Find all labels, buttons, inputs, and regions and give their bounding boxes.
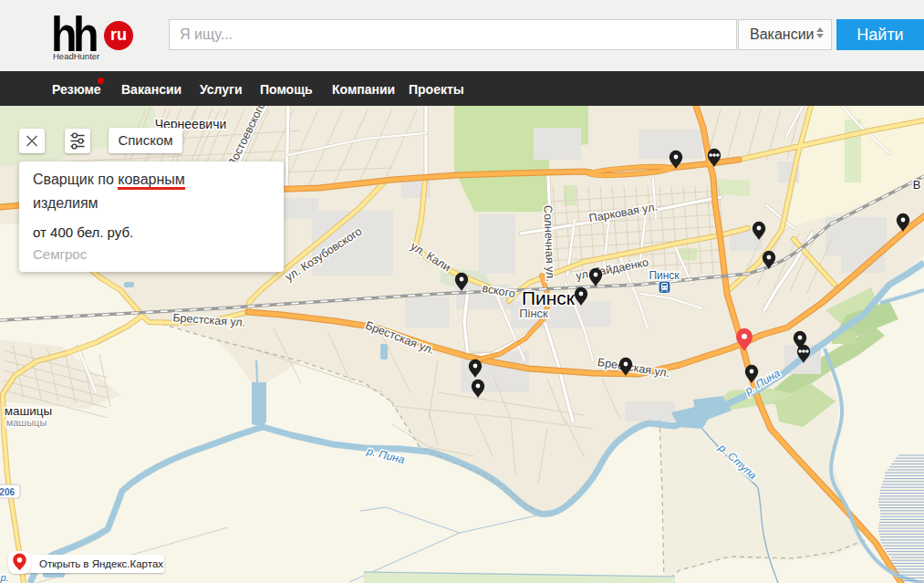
svg-text:Солнечная ул.: Солнечная ул. [542, 205, 557, 282]
svg-text:Пинск: Пинск [522, 287, 576, 308]
svg-text:Пинск: Пинск [649, 269, 680, 282]
svg-text:машицы: машицы [5, 404, 53, 418]
svg-text:-206: -206 [0, 487, 15, 497]
svg-text:машыцы: машыцы [6, 417, 47, 428]
svg-text:В: В [913, 178, 921, 192]
svg-text:Пінск: Пінск [519, 307, 548, 320]
